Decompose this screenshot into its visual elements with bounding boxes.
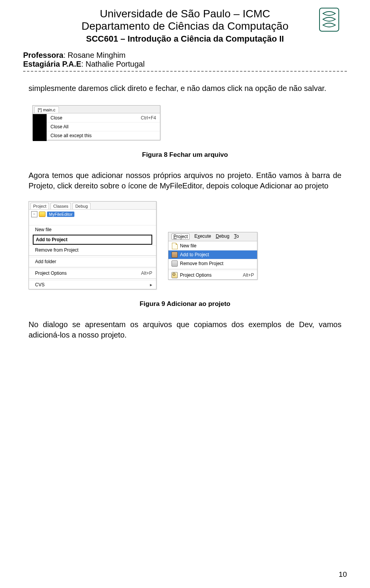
fig9a-project-tree: − MyFileEditor bbox=[29, 210, 156, 225]
fig9a-project-panel: Project Classes Debug − MyFileEditor New… bbox=[29, 201, 156, 289]
menu-label: Remove from Project bbox=[35, 247, 152, 253]
menu-label: Close bbox=[50, 115, 141, 121]
fig9b-item-new-file[interactable]: New file bbox=[168, 241, 257, 250]
fig9b-item-project-options[interactable]: Project Options Alt+P bbox=[168, 270, 257, 279]
add-to-project-icon bbox=[172, 252, 178, 258]
menubar-debug[interactable]: Debug bbox=[216, 234, 229, 240]
figure-9-caption: Figura 9 Adicionar ao projeto bbox=[23, 300, 347, 308]
menu-accelerator: Ctrl+F4 bbox=[141, 115, 156, 121]
menu-label: New file bbox=[180, 243, 254, 249]
fig8-menu-close-all[interactable]: Close All bbox=[33, 122, 160, 131]
fig9b-menubar: Project Execute Debug To bbox=[168, 232, 257, 241]
menu-divider bbox=[29, 279, 156, 279]
fig8-menu-close[interactable]: Close Ctrl+F4 bbox=[33, 113, 160, 122]
menu-label: Close All bbox=[50, 124, 156, 129]
fig9a-menu-project-options[interactable]: Project Options Alt+P bbox=[29, 269, 156, 277]
fig9a-menu-add-to-project[interactable]: Add to Project bbox=[33, 235, 152, 245]
staff-info: Professora: Rosane Minghim Estagiária P.… bbox=[23, 51, 347, 69]
fig8-context-menu: [*] main.c Close Ctrl+F4 Close All Close… bbox=[32, 105, 160, 140]
new-file-icon bbox=[172, 243, 178, 249]
tree-node-label: MyFileEditor bbox=[47, 212, 74, 217]
menu-divider bbox=[29, 267, 156, 267]
menubar-execute[interactable]: Execute bbox=[194, 234, 211, 240]
menu-divider bbox=[168, 269, 257, 269]
university-name: Universidade de São Paulo – ICMC bbox=[23, 8, 347, 20]
project-options-icon bbox=[172, 272, 178, 278]
fig9b-item-remove-from-project[interactable]: Remove from Project bbox=[168, 259, 257, 268]
fig8-editor-area bbox=[33, 114, 47, 141]
menubar-tools[interactable]: To bbox=[234, 234, 239, 240]
paragraph-1: simplesmente daremos click direto e fech… bbox=[23, 83, 347, 94]
figure-8-caption: Figura 8 Fechar um arquivo bbox=[23, 151, 347, 159]
institution-logo-icon bbox=[319, 8, 339, 32]
estagiaria-name: : Nathalie Portugal bbox=[81, 60, 145, 68]
menu-label: New file bbox=[35, 227, 152, 232]
department-name: Departamento de Ciências da Computação bbox=[23, 20, 347, 32]
submenu-arrow-icon: ▸ bbox=[150, 282, 152, 287]
fig9a-tab-project[interactable]: Project bbox=[30, 203, 49, 209]
fig9a-menu-cvs[interactable]: CVS ▸ bbox=[29, 280, 156, 289]
header-divider bbox=[23, 71, 347, 72]
menu-label: Add folder bbox=[35, 259, 152, 264]
estagiaria-label: Estagiária P.A.E bbox=[23, 60, 81, 68]
figure-8: [*] main.c Close Ctrl+F4 Close All Close… bbox=[23, 105, 347, 140]
fig8-menu-close-except[interactable]: Close all except this bbox=[33, 131, 160, 140]
fig9b-project-menu: Project Execute Debug To New file Add to… bbox=[168, 232, 257, 280]
menu-accelerator: Alt+P bbox=[243, 272, 254, 278]
fig9a-menu-new-file[interactable]: New file bbox=[29, 225, 156, 234]
menu-label: Remove from Project bbox=[180, 261, 254, 266]
remove-from-project-icon bbox=[172, 260, 178, 267]
figure-9: Project Classes Debug − MyFileEditor New… bbox=[23, 201, 347, 289]
professor-label: Professora bbox=[23, 51, 64, 59]
fig9a-tab-debug[interactable]: Debug bbox=[72, 203, 90, 209]
course-title: SCC601 – Introdução a Ciência da Computa… bbox=[23, 34, 347, 44]
paragraph-3: No dialogo se apresentam os arquivos que… bbox=[23, 319, 347, 340]
document-header: Universidade de São Paulo – ICMC Departa… bbox=[23, 8, 347, 44]
professor-name: : Rosane Minghim bbox=[64, 51, 126, 59]
menu-label: Add to Project bbox=[36, 237, 148, 242]
tree-node-myfileeditor[interactable]: − MyFileEditor bbox=[31, 211, 156, 217]
menu-label: Project Options bbox=[180, 272, 240, 278]
page-number: 10 bbox=[339, 570, 347, 579]
fig9a-menu-add-folder[interactable]: Add folder bbox=[29, 257, 156, 266]
menu-divider bbox=[29, 255, 156, 256]
fig9a-tab-classes[interactable]: Classes bbox=[50, 203, 71, 209]
menubar-project[interactable]: Project bbox=[172, 234, 190, 240]
menu-accelerator: Alt+P bbox=[141, 270, 152, 276]
fig9a-menu-remove-from-project[interactable]: Remove from Project bbox=[29, 245, 156, 254]
menu-label: CVS bbox=[35, 282, 150, 287]
fig8-editor-tab[interactable]: [*] main.c bbox=[34, 106, 59, 113]
tree-expand-icon[interactable]: − bbox=[31, 211, 37, 217]
project-folder-icon bbox=[39, 212, 45, 217]
menu-label: Close all except this bbox=[50, 133, 156, 138]
menu-label: Project Options bbox=[35, 270, 141, 276]
fig9b-item-add-to-project[interactable]: Add to Project bbox=[168, 250, 257, 259]
menu-label: Add to Project bbox=[180, 252, 254, 257]
paragraph-2: Agora temos que adicionar nossos próprio… bbox=[23, 170, 347, 191]
